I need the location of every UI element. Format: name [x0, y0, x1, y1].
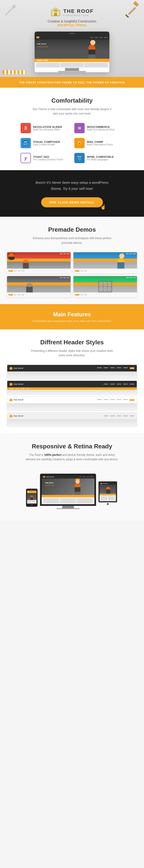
plugins-grid: REV REVOLUTION SLIDER Build Your Amazing… — [21, 123, 123, 163]
svg-rect-2 — [128, 7, 136, 15]
brand-sub: CONSTRUCTION — [63, 14, 94, 17]
svg-point-11 — [25, 128, 26, 129]
hero-section: THE ROOF CONSTRUCTION Creative & Insight… — [0, 0, 144, 77]
hero-screens: THE ROOF CONSTRUCTION — [5, 32, 139, 72]
svg-text:W: W — [78, 126, 81, 130]
mail-name: MAIL CHIMP — [87, 141, 113, 143]
mail-desc: Build Subscription Forms — [87, 143, 113, 146]
revolution-icon: REV — [21, 123, 31, 133]
header-previews: THE ROOF QUOTE TH — [7, 365, 137, 426]
comfort-desc: Our Theme is fully comfortable with most… — [30, 107, 114, 116]
premade-demos-grid — [7, 252, 137, 297]
demo-card-3[interactable] — [7, 276, 70, 297]
dark-cta-section: Boom! It's Never been easy setup a wordP… — [0, 170, 144, 217]
wpml-name: WPML COMPATIBLE — [87, 155, 114, 158]
header-styles-title: Diffrent Header Styles — [7, 339, 137, 346]
header-style-2: THE ROOF — [7, 380, 137, 395]
header-styles-section: Diffrent Header Styles Presenting a diff… — [0, 330, 144, 433]
header-style-3: THE ROOF QUOTE — [7, 397, 137, 410]
features-title: Main Features — [7, 311, 137, 318]
mail-icon — [74, 138, 85, 148]
plugin-mail: MAIL CHIMP Build Subscription Forms — [74, 138, 123, 148]
wrench-icon — [3, 3, 17, 17]
svg-point-25 — [80, 142, 80, 143]
wpml-desc: For Multi Languages — [87, 158, 114, 161]
svg-text:WPML: WPML — [78, 156, 82, 157]
demo-card-4[interactable] — [74, 276, 137, 297]
yoast-icon: y — [21, 153, 31, 163]
comfort-title: Comfortability — [14, 97, 130, 104]
responsive-title: Resposnive & Retina Ready — [7, 443, 137, 450]
yoast-name: YOAST SEO — [33, 155, 63, 158]
vc-name: VISUAL COMPOSER — [33, 141, 60, 143]
svg-point-24 — [79, 142, 79, 143]
features-subtitle: Knowledge and experience give us a step … — [7, 319, 137, 322]
svg-rect-17 — [26, 143, 28, 144]
header-style-1: THE ROOF QUOTE — [7, 365, 137, 379]
phone-mockup — [26, 489, 38, 507]
header-styles-desc: Presenting a different header styles tha… — [30, 349, 114, 358]
svg-rect-18 — [26, 145, 28, 146]
woo-desc: Build Your Advanced Shop — [87, 128, 115, 131]
woo-name: WOOCOMMERCE — [87, 126, 115, 128]
premade-desc: Enhance your Extraordinary work techniqu… — [30, 236, 114, 245]
banner-strip: THE FINEST CONSTRUCTION THEME TO FEEL TH… — [0, 77, 144, 88]
svg-rect-14 — [22, 140, 29, 147]
rev-desc: Build Your Amazing Slider — [33, 128, 62, 131]
plugin-vc: B34 VISUAL COMPOSER Easy Content Builder — [21, 138, 70, 148]
plugin-woo: W WOOCOMMERCE Build Your Advanced Shop — [74, 123, 123, 133]
svg-rect-1 — [133, 1, 139, 7]
plugin-wpml: WPML WPML COMPATIBLE For Multi Languages — [74, 153, 123, 163]
devices-showcase: THE ROOF THE ROOF — [7, 469, 137, 514]
svg-rect-6 — [54, 12, 57, 16]
comfort-section: Comfortability Our Theme is fully comfor… — [0, 88, 144, 170]
header-style-4: THE ROOF — [7, 412, 137, 426]
vc-icon: B34 — [21, 138, 31, 148]
hero-tagline: Creative & Insightful Construction WordP… — [5, 20, 139, 27]
responsive-desc: The Roof is 100% perfect and device frie… — [25, 453, 119, 462]
device-desktop-mockup: THE ROOF THE ROOF — [40, 474, 96, 509]
rev-name: REVOLUTION SLIDER — [33, 126, 62, 128]
ruler-decoration — [2, 70, 26, 74]
demo-card-1[interactable] — [7, 252, 70, 273]
brand-name: THE ROOF — [63, 8, 94, 14]
svg-text:B34: B34 — [24, 141, 27, 143]
svg-rect-16 — [23, 143, 25, 145]
tablet-mockup: THE ROOF — [98, 481, 117, 506]
svg-text:y: y — [24, 155, 27, 161]
banner-text: THE FINEST CONSTRUCTION THEME TO FEEL TH… — [19, 81, 125, 84]
plugin-revolution: REV REVOLUTION SLIDER Build Your Amazing… — [21, 123, 70, 133]
wpml-icon: WPML — [74, 153, 85, 163]
responsive-section: Resposnive & Retina Ready The Roof is 10… — [0, 433, 144, 521]
premade-title: Premade Demos — [7, 226, 137, 233]
svg-rect-3 — [125, 14, 129, 18]
dark-cta-text: Boom! It's Never been easy setup a wordP… — [7, 180, 137, 191]
demo-install-button[interactable]: ONE CLICK DEMO INSTALL — [41, 197, 103, 207]
vc-desc: Easy Content Builder — [33, 143, 60, 146]
yoast-desc: For Creating Dynamic Forms — [33, 158, 63, 161]
desktop-mockup: THE ROOF CONSTRUCTION — [35, 32, 109, 72]
brand-logo: THE ROOF CONSTRUCTION — [5, 7, 139, 18]
logo-icon — [51, 7, 61, 18]
woo-icon: W — [74, 123, 85, 133]
demo-card-2[interactable] — [74, 252, 137, 273]
plugin-yoast: y YOAST SEO For Creating Dynamic Forms — [21, 153, 70, 163]
svg-text:REV: REV — [25, 126, 27, 127]
premade-section: Premade Demos Enhance your Extraordinary… — [0, 217, 144, 304]
hammer-icon — [125, 1, 142, 19]
features-banner: Main Features Knowledge and experience g… — [0, 304, 144, 330]
